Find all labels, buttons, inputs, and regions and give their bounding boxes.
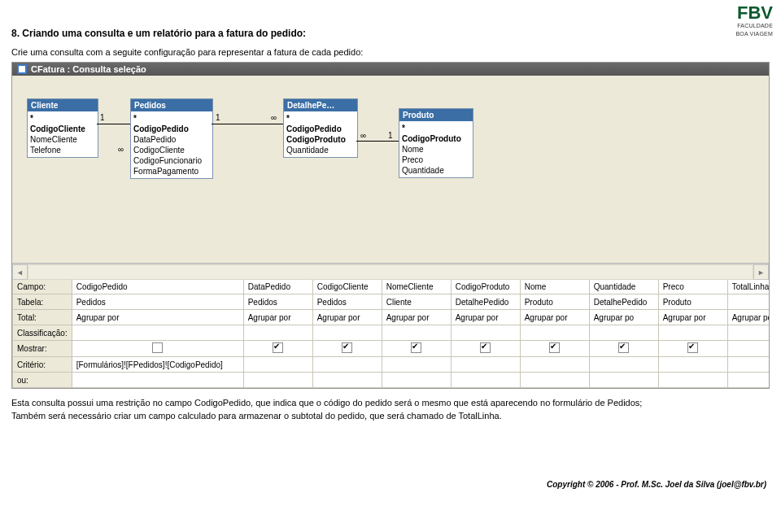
scroll-right-button[interactable]: ► — [753, 264, 769, 280]
field-codigocliente[interactable]: CodigoCliente — [30, 124, 95, 134]
query-designer-canvas[interactable]: Cliente * CodigoCliente NomeCliente Tele… — [12, 76, 769, 264]
cell-campo-6[interactable]: Quantidade — [589, 279, 658, 294]
cell-classif-6[interactable] — [589, 325, 658, 341]
cell-total-3[interactable]: Agrupar por — [382, 310, 451, 325]
cell-tabela-3[interactable]: Cliente — [382, 294, 451, 310]
cell-total-7[interactable]: Agrupar por — [658, 310, 727, 325]
cell-classif-3[interactable] — [382, 325, 451, 341]
cell-total-6[interactable]: Agrupar po — [589, 310, 658, 325]
cell-total-4[interactable]: Agrupar por — [451, 310, 520, 325]
cell-campo-0[interactable]: CodigoPedido — [72, 279, 243, 294]
table-cliente[interactable]: Cliente * CodigoCliente NomeCliente Tele… — [27, 98, 98, 158]
cell-tabela-5[interactable]: Produto — [520, 294, 589, 310]
field-nome[interactable]: Nome — [402, 144, 470, 155]
field-formapagamento[interactable]: FormaPagamento — [133, 166, 210, 177]
cell-campo-5[interactable]: Nome — [520, 279, 589, 294]
cell-criterio-3[interactable] — [382, 357, 451, 373]
cell-criterio-2[interactable] — [312, 357, 382, 373]
cell-campo-4[interactable]: CodigoProduto — [451, 279, 520, 294]
cell-criterio-4[interactable] — [451, 357, 520, 373]
cell-total-1[interactable]: Agrupar por — [243, 310, 312, 325]
cell-campo-1[interactable]: DataPedido — [243, 279, 312, 294]
field-star[interactable]: * — [133, 113, 210, 124]
window-titlebar[interactable]: CFatura : Consulta seleção — [12, 63, 769, 76]
cell-criterio-6[interactable] — [589, 357, 658, 373]
cell-ou-0[interactable] — [72, 373, 243, 388]
cell-mostrar-8[interactable] — [727, 341, 769, 357]
cell-ou-6[interactable] — [589, 373, 658, 388]
cell-tabela-1[interactable]: Pedidos — [243, 294, 312, 310]
cell-ou-2[interactable] — [312, 373, 382, 388]
checkbox-icon[interactable] — [273, 342, 283, 353]
cell-total-2[interactable]: Agrupar por — [312, 310, 382, 325]
cell-tabela-4[interactable]: DetalhePedido — [451, 294, 520, 310]
cell-mostrar-1[interactable] — [243, 341, 312, 357]
cell-criterio-8[interactable] — [727, 357, 769, 373]
cell-ou-1[interactable] — [243, 373, 312, 388]
cell-mostrar-6[interactable] — [589, 341, 658, 357]
cell-tabela-0[interactable]: Pedidos — [72, 294, 243, 310]
cell-criterio-5[interactable] — [520, 357, 589, 373]
checkbox-icon[interactable] — [480, 342, 491, 353]
designer-scrollbar[interactable]: ◄ ► — [12, 264, 769, 278]
cell-tabela-6[interactable]: DetalhePedido — [589, 294, 658, 310]
cell-criterio-0[interactable]: [Formulários]![FPedidos]![CodigoPedido] — [72, 357, 243, 373]
cell-classif-2[interactable] — [312, 325, 382, 341]
cell-total-5[interactable]: Agrupar por — [520, 310, 589, 325]
checkbox-icon[interactable] — [152, 342, 163, 353]
table-pedidos[interactable]: Pedidos * CodigoPedido DataPedido Codigo… — [130, 98, 213, 179]
cell-ou-7[interactable] — [658, 373, 727, 388]
cell-criterio-1[interactable] — [243, 357, 312, 373]
field-codigofuncionario[interactable]: CodigoFuncionario — [133, 155, 210, 166]
field-codigoproduto[interactable]: CodigoProduto — [286, 134, 355, 145]
cell-tabela-2[interactable]: Pedidos — [312, 294, 382, 310]
cell-ou-5[interactable] — [520, 373, 589, 388]
table-produto[interactable]: Produto * CodigoProduto Nome Preco Quant… — [399, 108, 473, 178]
field-datapedido[interactable]: DataPedido — [133, 134, 210, 145]
table-detalhepedido[interactable]: DetalhePe… * CodigoPedido CodigoProduto … — [283, 98, 358, 158]
field-codigopedido[interactable]: CodigoPedido — [286, 124, 355, 134]
cell-classif-4[interactable] — [451, 325, 520, 341]
cell-classif-1[interactable] — [243, 325, 312, 341]
cell-campo-2[interactable]: CodigoCliente — [312, 279, 382, 294]
field-nomecliente[interactable]: NomeCliente — [30, 134, 95, 145]
checkbox-icon[interactable] — [411, 342, 421, 353]
field-telefone[interactable]: Telefone — [30, 145, 95, 155]
cell-mostrar-3[interactable] — [382, 341, 451, 357]
field-codigoproduto[interactable]: CodigoProduto — [402, 133, 470, 144]
cell-mostrar-4[interactable] — [451, 341, 520, 357]
cell-ou-3[interactable] — [382, 373, 451, 388]
scroll-track[interactable] — [28, 264, 753, 280]
cell-classif-5[interactable] — [520, 325, 589, 341]
cell-tabela-7[interactable]: Produto — [658, 294, 727, 310]
field-quantidade[interactable]: Quantidade — [402, 165, 470, 176]
cell-mostrar-2[interactable] — [312, 341, 382, 357]
cell-mostrar-7[interactable] — [658, 341, 727, 357]
cell-mostrar-0[interactable] — [72, 341, 243, 357]
field-preco[interactable]: Preco — [402, 155, 470, 165]
cell-total-8[interactable]: Agrupar por — [727, 310, 769, 325]
cell-classif-8[interactable] — [727, 325, 769, 341]
cell-criterio-7[interactable] — [658, 357, 727, 373]
cell-tabela-8[interactable] — [727, 294, 769, 310]
cell-classif-0[interactable] — [72, 325, 243, 341]
checkbox-icon[interactable] — [618, 342, 629, 353]
cell-total-0[interactable]: Agrupar por — [72, 310, 243, 325]
checkbox-icon[interactable] — [342, 342, 352, 353]
cell-mostrar-5[interactable] — [520, 341, 589, 357]
field-codigopedido[interactable]: CodigoPedido — [133, 124, 210, 134]
qbe-grid[interactable]: Campo: CodigoPedido DataPedido CodigoCli… — [12, 278, 769, 388]
cell-classif-7[interactable] — [658, 325, 727, 341]
field-codigocliente[interactable]: CodigoCliente — [133, 145, 210, 155]
checkbox-icon[interactable] — [687, 342, 698, 353]
field-star[interactable]: * — [286, 113, 355, 124]
field-star[interactable]: * — [402, 123, 470, 133]
cell-ou-4[interactable] — [451, 373, 520, 388]
cell-campo-7[interactable]: Preco — [658, 279, 727, 294]
checkbox-icon[interactable] — [549, 342, 560, 353]
field-quantidade[interactable]: Quantidade — [286, 145, 355, 155]
cell-campo-8[interactable]: TotalLinha: (DetalhePedido.Quantidade*[P… — [727, 279, 769, 294]
cell-ou-8[interactable] — [727, 373, 769, 388]
cell-campo-3[interactable]: NomeCliente — [382, 279, 451, 294]
field-star[interactable]: * — [30, 113, 95, 124]
